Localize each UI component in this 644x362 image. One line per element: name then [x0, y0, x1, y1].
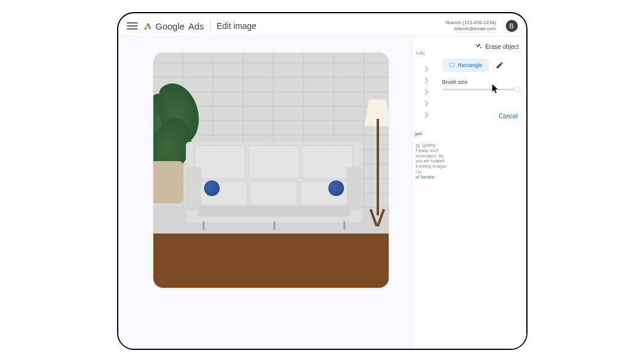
rectangle-select-icon — [449, 62, 455, 68]
sofa-icon — [186, 142, 362, 223]
svg-rect-1 — [450, 63, 454, 67]
avatar[interactable]: B — [506, 20, 518, 32]
background-link-fragment: ges — [415, 131, 422, 136]
pillow-icon — [204, 180, 220, 196]
panel-header: Erase object — [412, 37, 526, 54]
account-info[interactable]: Branch (123-456-1234) branch@email.com — [446, 20, 496, 33]
erase-object-title: Erase object — [475, 43, 519, 50]
page-title: Edit image — [217, 21, 257, 31]
plant-pot-icon — [153, 161, 183, 203]
brand: Google Ads — [144, 21, 204, 31]
scene-floor — [153, 233, 389, 288]
magic-eraser-icon — [475, 43, 482, 50]
chevron-right-icon — [422, 89, 428, 95]
chevron-right-icon — [422, 112, 428, 118]
google-ads-logo-icon — [144, 22, 152, 30]
slider-handle-icon[interactable] — [514, 86, 520, 92]
brand-word-1: Google — [156, 21, 185, 31]
brush-tool-button[interactable] — [494, 59, 506, 71]
lamp-pole-icon — [377, 119, 379, 215]
menu-icon[interactable] — [127, 21, 138, 31]
pencil-icon — [496, 61, 504, 69]
device-frame: Google Ads Edit image Branch (123-456-12… — [117, 12, 528, 350]
topbar: Google Ads Edit image Branch (123-456-12… — [118, 13, 526, 36]
brush-size-label: Brush size — [412, 74, 526, 85]
edit-panel: Ads Erase object — [412, 37, 526, 349]
chevron-right-icon — [422, 101, 428, 107]
topbar-divider — [210, 19, 211, 33]
svg-point-0 — [144, 28, 147, 30]
image-preview[interactable] — [153, 52, 389, 288]
brush-size-slider[interactable] — [442, 89, 520, 91]
background-ads-label: Ads — [416, 50, 426, 56]
canvas-area — [118, 37, 412, 349]
chevron-right-icon — [422, 66, 428, 72]
main-body: Ads Erase object — [118, 36, 526, 349]
cancel-button[interactable]: Cancel — [499, 113, 517, 119]
background-fine-print: gy. Quality, Please don't information. B… — [416, 143, 449, 180]
account-email: branch@email.com — [446, 26, 496, 32]
brand-word-2: Ads — [188, 21, 204, 31]
pillow-icon — [328, 180, 344, 196]
rectangle-tool-button[interactable]: Rectangle — [442, 59, 489, 72]
account-name: Branch (123-456-1234) — [446, 20, 496, 26]
